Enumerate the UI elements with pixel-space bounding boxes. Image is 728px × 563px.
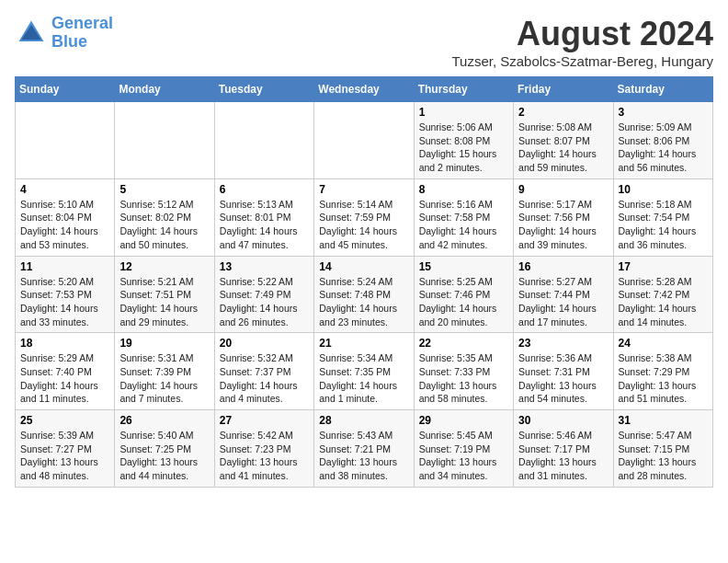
day-cell: 27Sunrise: 5:42 AMSunset: 7:23 PMDayligh…	[214, 410, 313, 488]
day-cell: 3Sunrise: 5:09 AMSunset: 8:06 PMDaylight…	[613, 102, 712, 179]
day-cell: 16Sunrise: 5:27 AMSunset: 7:44 PMDayligh…	[514, 256, 613, 333]
day-number: 22	[419, 337, 508, 350]
location-subtitle: Tuzser, Szabolcs-Szatmar-Bereg, Hungary	[451, 53, 713, 69]
header-thursday: Thursday	[414, 77, 513, 102]
day-number: 6	[220, 183, 309, 196]
day-number: 19	[119, 337, 209, 350]
day-cell: 20Sunrise: 5:32 AMSunset: 7:37 PMDayligh…	[214, 333, 313, 410]
day-info: Sunrise: 5:32 AMSunset: 7:37 PMDaylight:…	[220, 351, 309, 406]
day-info: Sunrise: 5:31 AMSunset: 7:39 PMDaylight:…	[119, 351, 209, 406]
day-info: Sunrise: 5:12 AMSunset: 8:02 PMDaylight:…	[119, 198, 209, 252]
day-cell: 14Sunrise: 5:24 AMSunset: 7:48 PMDayligh…	[314, 256, 414, 333]
title-block: August 2024 Tuzser, Szabolcs-Szatmar-Ber…	[451, 15, 713, 69]
day-info: Sunrise: 5:47 AMSunset: 7:15 PMDaylight:…	[619, 429, 708, 483]
day-info: Sunrise: 5:14 AMSunset: 7:59 PMDaylight:…	[319, 198, 408, 252]
week-row-3: 11Sunrise: 5:20 AMSunset: 7:53 PMDayligh…	[16, 256, 713, 333]
day-cell: 17Sunrise: 5:28 AMSunset: 7:42 PMDayligh…	[613, 256, 712, 333]
day-cell	[214, 102, 313, 179]
day-info: Sunrise: 5:18 AMSunset: 7:54 PMDaylight:…	[619, 198, 708, 252]
day-info: Sunrise: 5:39 AMSunset: 7:27 PMDaylight:…	[20, 429, 109, 483]
day-info: Sunrise: 5:28 AMSunset: 7:42 PMDaylight:…	[619, 275, 708, 329]
day-info: Sunrise: 5:46 AMSunset: 7:17 PMDaylight:…	[518, 429, 608, 483]
day-cell: 10Sunrise: 5:18 AMSunset: 7:54 PMDayligh…	[613, 178, 712, 256]
day-number: 9	[518, 183, 608, 196]
day-cell: 12Sunrise: 5:21 AMSunset: 7:51 PMDayligh…	[115, 256, 214, 333]
day-cell: 8Sunrise: 5:16 AMSunset: 7:58 PMDaylight…	[414, 178, 513, 256]
day-info: Sunrise: 5:08 AMSunset: 8:07 PMDaylight:…	[518, 121, 608, 175]
day-info: Sunrise: 5:42 AMSunset: 7:23 PMDaylight:…	[220, 429, 309, 483]
day-cell: 21Sunrise: 5:34 AMSunset: 7:35 PMDayligh…	[314, 333, 414, 410]
day-number: 8	[419, 183, 508, 196]
day-info: Sunrise: 5:10 AMSunset: 8:04 PMDaylight:…	[20, 198, 109, 252]
day-info: Sunrise: 5:29 AMSunset: 7:40 PMDaylight:…	[20, 351, 109, 406]
day-number: 14	[319, 260, 408, 273]
day-cell: 2Sunrise: 5:08 AMSunset: 8:07 PMDaylight…	[514, 102, 613, 179]
day-cell: 29Sunrise: 5:45 AMSunset: 7:19 PMDayligh…	[414, 410, 513, 488]
day-number: 25	[20, 414, 109, 427]
header-sunday: Sunday	[16, 77, 115, 102]
day-info: Sunrise: 5:40 AMSunset: 7:25 PMDaylight:…	[119, 429, 209, 483]
page-header: General Blue August 2024 Tuzser, Szabolc…	[15, 15, 713, 69]
day-cell	[115, 102, 214, 179]
week-row-4: 18Sunrise: 5:29 AMSunset: 7:40 PMDayligh…	[16, 333, 713, 410]
day-cell: 5Sunrise: 5:12 AMSunset: 8:02 PMDaylight…	[115, 178, 214, 256]
logo-text: General Blue	[51, 15, 113, 52]
day-info: Sunrise: 5:09 AMSunset: 8:06 PMDaylight:…	[619, 121, 708, 175]
day-cell	[314, 102, 414, 179]
header-tuesday: Tuesday	[214, 77, 313, 102]
day-cell: 9Sunrise: 5:17 AMSunset: 7:56 PMDaylight…	[514, 178, 613, 256]
day-info: Sunrise: 5:24 AMSunset: 7:48 PMDaylight:…	[319, 275, 408, 329]
day-info: Sunrise: 5:35 AMSunset: 7:33 PMDaylight:…	[419, 351, 508, 406]
day-cell: 31Sunrise: 5:47 AMSunset: 7:15 PMDayligh…	[613, 410, 712, 488]
day-cell	[16, 102, 115, 179]
day-number: 5	[119, 183, 209, 196]
day-number: 28	[319, 414, 408, 427]
day-cell: 13Sunrise: 5:22 AMSunset: 7:49 PMDayligh…	[214, 256, 313, 333]
header-friday: Friday	[514, 77, 613, 102]
day-number: 11	[20, 260, 109, 273]
day-cell: 30Sunrise: 5:46 AMSunset: 7:17 PMDayligh…	[514, 410, 613, 488]
calendar-header-row: SundayMondayTuesdayWednesdayThursdayFrid…	[16, 77, 713, 102]
day-number: 27	[220, 414, 309, 427]
day-number: 21	[319, 337, 408, 350]
day-cell: 25Sunrise: 5:39 AMSunset: 7:27 PMDayligh…	[16, 410, 115, 488]
day-info: Sunrise: 5:20 AMSunset: 7:53 PMDaylight:…	[20, 275, 109, 329]
logo-blue: Blue	[51, 32, 87, 51]
day-info: Sunrise: 5:27 AMSunset: 7:44 PMDaylight:…	[518, 275, 608, 329]
day-number: 18	[20, 337, 109, 350]
day-info: Sunrise: 5:36 AMSunset: 7:31 PMDaylight:…	[518, 351, 608, 406]
calendar-table: SundayMondayTuesdayWednesdayThursdayFrid…	[15, 76, 713, 488]
day-number: 31	[619, 414, 708, 427]
day-number: 3	[619, 106, 708, 119]
week-row-5: 25Sunrise: 5:39 AMSunset: 7:27 PMDayligh…	[16, 410, 713, 488]
day-cell: 11Sunrise: 5:20 AMSunset: 7:53 PMDayligh…	[16, 256, 115, 333]
day-info: Sunrise: 5:17 AMSunset: 7:56 PMDaylight:…	[518, 198, 608, 252]
day-cell: 23Sunrise: 5:36 AMSunset: 7:31 PMDayligh…	[514, 333, 613, 410]
logo: General Blue	[15, 15, 113, 52]
header-wednesday: Wednesday	[314, 77, 414, 102]
day-cell: 19Sunrise: 5:31 AMSunset: 7:39 PMDayligh…	[115, 333, 214, 410]
day-number: 15	[419, 260, 508, 273]
header-monday: Monday	[115, 77, 214, 102]
logo-general: General	[51, 14, 113, 32]
day-number: 30	[518, 414, 608, 427]
day-cell: 22Sunrise: 5:35 AMSunset: 7:33 PMDayligh…	[414, 333, 513, 410]
day-cell: 18Sunrise: 5:29 AMSunset: 7:40 PMDayligh…	[16, 333, 115, 410]
day-info: Sunrise: 5:38 AMSunset: 7:29 PMDaylight:…	[619, 351, 708, 406]
day-number: 13	[220, 260, 309, 273]
day-number: 23	[518, 337, 608, 350]
day-cell: 7Sunrise: 5:14 AMSunset: 7:59 PMDaylight…	[314, 178, 414, 256]
day-cell: 1Sunrise: 5:06 AMSunset: 8:08 PMDaylight…	[414, 102, 513, 179]
day-cell: 26Sunrise: 5:40 AMSunset: 7:25 PMDayligh…	[115, 410, 214, 488]
day-info: Sunrise: 5:13 AMSunset: 8:01 PMDaylight:…	[220, 198, 309, 252]
day-info: Sunrise: 5:16 AMSunset: 7:58 PMDaylight:…	[419, 198, 508, 252]
day-number: 26	[119, 414, 209, 427]
month-year-title: August 2024	[451, 15, 713, 53]
day-cell: 6Sunrise: 5:13 AMSunset: 8:01 PMDaylight…	[214, 178, 313, 256]
week-row-1: 1Sunrise: 5:06 AMSunset: 8:08 PMDaylight…	[16, 102, 713, 179]
day-cell: 24Sunrise: 5:38 AMSunset: 7:29 PMDayligh…	[613, 333, 712, 410]
day-cell: 28Sunrise: 5:43 AMSunset: 7:21 PMDayligh…	[314, 410, 414, 488]
day-number: 29	[419, 414, 508, 427]
logo-icon	[15, 17, 48, 50]
day-cell: 15Sunrise: 5:25 AMSunset: 7:46 PMDayligh…	[414, 256, 513, 333]
